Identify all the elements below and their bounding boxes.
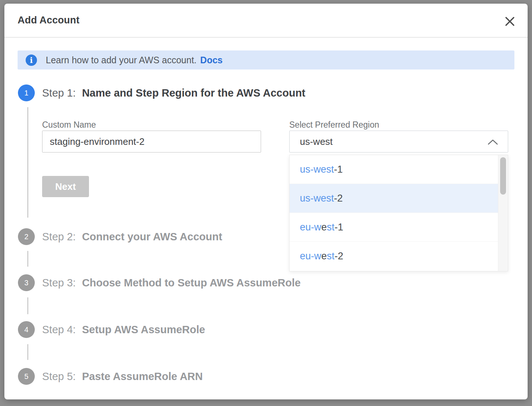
step-5-title: Paste AssumeRole ARN <box>82 371 203 383</box>
option-match-text: st <box>327 251 335 262</box>
step-5-circle: 5 <box>18 368 35 385</box>
step-3-heading: Step 3:Choose Method to Setup AWS Assume… <box>42 274 301 291</box>
step-connector <box>27 344 28 360</box>
step-3-title: Choose Method to Setup AWS AssumeRole <box>82 277 301 289</box>
docs-link[interactable]: Docs <box>200 55 223 65</box>
option-match-text: us-west <box>300 164 334 175</box>
step-1-heading: Step 1:Name and Step Region for the AWS … <box>42 84 305 101</box>
step-1-prefix: Step 1: <box>42 87 76 99</box>
option-match-text: us-west <box>300 193 334 204</box>
option-text: e <box>321 251 327 262</box>
step-3-prefix: Step 3: <box>42 277 76 289</box>
region-select[interactable]: us-west <box>289 131 508 153</box>
option-text: -1 <box>334 164 343 175</box>
page-title: Add Account <box>18 15 79 26</box>
step-2-circle: 2 <box>18 228 35 245</box>
step-2-title: Connect your AWS Account <box>82 231 222 243</box>
step-1-title: Name and Step Region for the AWS Account <box>82 87 305 99</box>
option-match-text: st <box>327 222 335 233</box>
step-4-heading: Step 4:Setup AWS AssumeRole <box>42 321 205 338</box>
banner-text: Learn how to add your AWS account. <box>46 55 197 65</box>
step-4-title: Setup AWS AssumeRole <box>82 324 205 336</box>
header-divider <box>4 37 528 38</box>
region-option-us-west-1[interactable]: us-west-1 <box>290 155 498 184</box>
region-label: Select Preferred Region <box>289 120 379 130</box>
option-text: -2 <box>335 251 343 262</box>
step-2-prefix: Step 2: <box>42 231 76 243</box>
dropdown-scrollbar-thumb[interactable] <box>500 157 506 195</box>
info-icon: i <box>26 54 37 66</box>
option-text: -2 <box>334 193 343 204</box>
region-option-eu-west-1[interactable]: eu-west-1 <box>290 213 498 242</box>
region-option-eu-west-2[interactable]: eu-west-2 <box>290 242 498 271</box>
next-button[interactable]: Next <box>42 176 89 197</box>
region-dropdown: us-west-1us-west-2eu-west-1eu-west-2 <box>289 155 508 271</box>
add-account-modal: Add Account i Learn how to add your AWS … <box>4 4 528 399</box>
step-connector <box>27 297 28 314</box>
step-1-circle: 1 <box>18 84 35 101</box>
option-text: -1 <box>335 222 343 233</box>
region-select-value: us-west <box>300 136 333 147</box>
option-match-text: eu-w <box>300 222 321 233</box>
close-button[interactable] <box>502 13 518 29</box>
step-connector <box>27 251 28 267</box>
step-5-heading: Step 5:Paste AssumeRole ARN <box>42 368 203 385</box>
step-connector <box>27 107 28 218</box>
step-3-circle: 3 <box>18 274 35 291</box>
custom-name-label: Custom Name <box>42 120 96 130</box>
option-text: e <box>321 222 327 233</box>
chevron-up-icon <box>487 139 498 145</box>
region-option-us-west-2[interactable]: us-west-2 <box>290 184 498 213</box>
custom-name-input[interactable] <box>42 131 261 153</box>
info-banner: i Learn how to add your AWS account. Doc… <box>18 50 514 69</box>
close-icon <box>505 16 515 26</box>
step-2-heading: Step 2:Connect your AWS Account <box>42 228 222 245</box>
step-5-prefix: Step 5: <box>42 371 76 383</box>
dropdown-scrollbar-track[interactable] <box>498 155 508 271</box>
step-4-circle: 4 <box>18 321 35 338</box>
step-4-prefix: Step 4: <box>42 324 76 336</box>
option-match-text: eu-w <box>300 251 321 262</box>
